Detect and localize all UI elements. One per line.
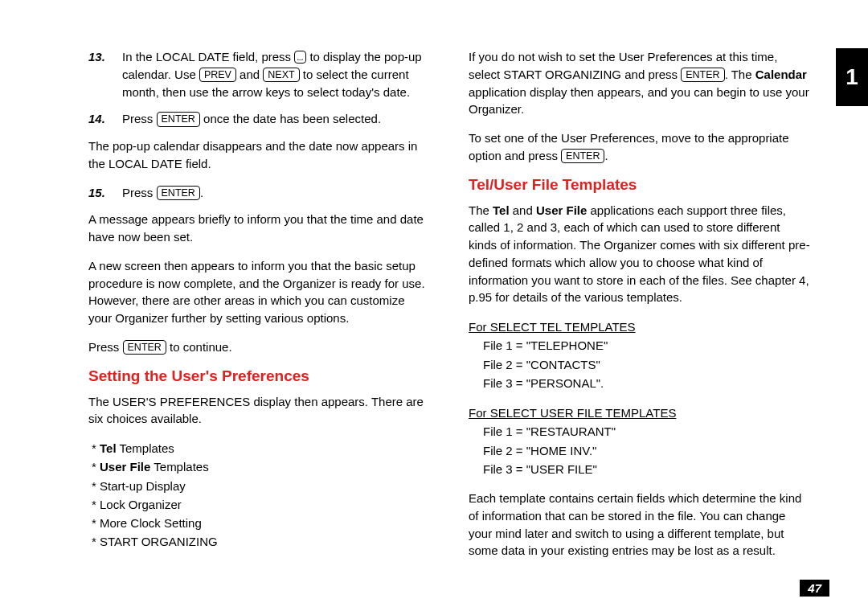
paragraph: The USER'S PREFERENCES display then appe… — [88, 393, 430, 429]
text: and — [236, 68, 263, 81]
userfile-bold: User File — [536, 203, 587, 217]
text: . — [200, 186, 203, 199]
step-number: 15. — [88, 184, 122, 202]
step-body: Press ENTER once the date has been selec… — [122, 110, 430, 128]
label-rest: Templates — [150, 460, 208, 474]
next-key-icon: NEXT — [263, 68, 299, 82]
paragraph: If you do not wish to set the User Prefe… — [469, 48, 810, 118]
text: . — [604, 149, 608, 162]
enter-key-icon: ENTER — [157, 112, 200, 126]
enter-key-icon: ENTER — [123, 340, 166, 355]
chapter-tab: 1 — [836, 48, 868, 106]
text: application display then appears, and yo… — [469, 85, 809, 117]
step-number: 14. — [88, 110, 122, 128]
enter-key-icon: ENTER — [681, 68, 724, 82]
text: Press — [88, 340, 123, 354]
list-item: File 3 = "PERSONAL". — [483, 374, 810, 392]
preferences-list: * Tel Templates * User File Templates * … — [92, 439, 430, 552]
enter-key-icon: ENTER — [157, 186, 200, 200]
paragraph: The Tel and User File applications each … — [469, 202, 810, 307]
label-bold: User File — [100, 460, 150, 474]
label-rest: More Clock Setting — [100, 516, 202, 530]
text: and — [510, 203, 536, 217]
text: To set one of the User Preferences, move… — [469, 131, 789, 162]
text: once the date has been selected. — [200, 112, 381, 125]
bullet: * — [92, 498, 100, 511]
prev-key-icon: PREV — [199, 68, 236, 82]
text: Press — [122, 186, 157, 199]
step-15: 15. Press ENTER. — [88, 184, 430, 202]
bullet: * — [92, 460, 100, 474]
bullet: * — [92, 535, 100, 548]
heading-setting-prefs: Setting the User's Preferences — [88, 367, 430, 385]
list-item: * Start-up Display — [92, 477, 430, 495]
page-number: 47 — [800, 580, 829, 597]
heading-tel-user-templates: Tel/User File Templates — [469, 176, 810, 194]
text: The — [469, 203, 493, 217]
template-heading: For SELECT TEL TEMPLATES — [469, 318, 810, 336]
label-rest: Templates — [117, 441, 174, 455]
list-item: * More Clock Setting — [92, 514, 430, 532]
userfile-templates-block: For SELECT USER FILE TEMPLATES File 1 = … — [469, 404, 810, 478]
text: to continue. — [166, 340, 232, 354]
bullet: * — [92, 516, 100, 530]
list-item: File 2 = "CONTACTS" — [483, 355, 810, 374]
label-rest: Lock Organizer — [100, 498, 182, 511]
text: applications each support three files, c… — [469, 203, 810, 305]
tel-bold: Tel — [493, 203, 510, 217]
list-item: * Tel Templates — [92, 439, 430, 457]
step-14: 14. Press ENTER once the date has been s… — [88, 110, 430, 128]
step-13: 13. In the LOCAL DATE field, press ⎵ to … — [88, 48, 430, 100]
page-content: 13. In the LOCAL DATE field, press ⎵ to … — [0, 0, 868, 587]
left-column: 13. In the LOCAL DATE field, press ⎵ to … — [88, 48, 430, 571]
paragraph: The pop-up calendar disappears and the d… — [88, 137, 430, 173]
text: In the LOCAL DATE field, press — [122, 50, 294, 64]
step-number: 13. — [88, 48, 122, 100]
step-body: In the LOCAL DATE field, press ⎵ to disp… — [122, 48, 430, 100]
tel-templates-block: For SELECT TEL TEMPLATES File 1 = "TELEP… — [469, 318, 810, 392]
paragraph: A message appears briefly to inform you … — [88, 211, 430, 246]
list-item: File 3 = "USER FILE" — [483, 460, 810, 478]
bullet: * — [92, 479, 100, 493]
step-body: Press ENTER. — [122, 184, 430, 202]
paragraph: To set one of the User Preferences, move… — [469, 129, 810, 165]
list-item: * Lock Organizer — [92, 495, 430, 514]
enter-key-icon: ENTER — [561, 149, 604, 163]
paragraph: Each template contains certain fields wh… — [469, 490, 810, 560]
list-item: * START ORGANIZING — [92, 532, 430, 551]
template-files: File 1 = "RESTAURANT" File 2 = "HOME INV… — [483, 422, 810, 478]
bullet: * — [92, 441, 100, 455]
template-files: File 1 = "TELEPHONE" File 2 = "CONTACTS"… — [483, 336, 810, 392]
label-rest: Start-up Display — [100, 479, 186, 493]
popup-key-icon: ⎵ — [294, 51, 306, 64]
list-item: * User File Templates — [92, 457, 430, 476]
text: . The — [725, 68, 755, 81]
list-item: File 2 = "HOME INV." — [483, 441, 810, 460]
label-rest: START ORGANIZING — [100, 535, 218, 548]
paragraph: A new screen then appears to inform you … — [88, 257, 430, 327]
label-bold: Tel — [100, 441, 117, 455]
calendar-bold: Calendar — [755, 68, 807, 81]
list-item: File 1 = "TELEPHONE" — [483, 336, 810, 355]
template-heading: For SELECT USER FILE TEMPLATES — [469, 404, 810, 422]
right-column: If you do not wish to set the User Prefe… — [469, 48, 810, 571]
text: Press — [122, 112, 157, 125]
list-item: File 1 = "RESTAURANT" — [483, 422, 810, 441]
paragraph: Press ENTER to continue. — [88, 338, 430, 356]
